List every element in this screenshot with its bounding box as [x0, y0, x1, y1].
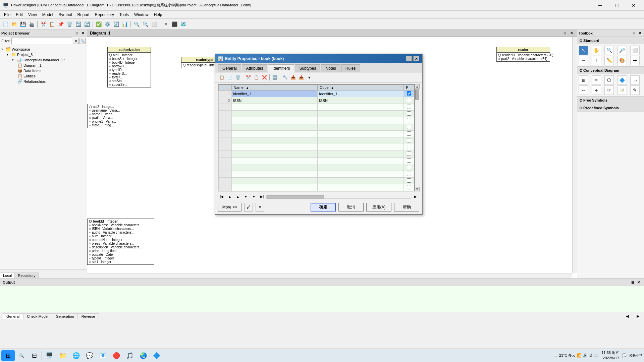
taskbar-app-4[interactable]: 💬: [84, 350, 96, 361]
menu-view[interactable]: View: [25, 12, 40, 18]
tb-check[interactable]: ✅: [95, 20, 103, 28]
menu-edit[interactable]: Edit: [13, 12, 25, 18]
tb-diagram[interactable]: 🗺️: [179, 20, 187, 28]
taskbar-app-taskview[interactable]: ⊟: [28, 350, 40, 361]
dtb-copy[interactable]: 📋: [253, 74, 260, 81]
dtb-insert[interactable]: 📄: [226, 74, 233, 81]
status-expand-btn[interactable]: ◀: [626, 314, 631, 318]
col-code-header[interactable]: Code ▲: [318, 85, 404, 90]
dtb-dropdown[interactable]: ▾: [306, 74, 313, 81]
toolbox-free-header[interactable]: ⊙ Free Symbols: [577, 97, 644, 104]
tool-relation[interactable]: 🔷: [618, 75, 627, 85]
apply-button[interactable]: 应用(A): [366, 203, 391, 212]
row-code-1[interactable]: Identifier_1: [318, 90, 404, 97]
filter-apply-btn[interactable]: 🔍: [79, 38, 86, 44]
entity-aid2[interactable]: ⬡ aid2Intege... ○ usernameVaria... ○ nam…: [87, 104, 134, 128]
output-tab-generation[interactable]: Generation: [52, 313, 77, 319]
tb-save[interactable]: 💾: [19, 20, 27, 28]
table-row-empty[interactable]: [219, 178, 414, 184]
row-name-2[interactable]: ISBN: [231, 97, 318, 104]
vscroll-up-btn[interactable]: ▲: [415, 84, 420, 89]
taskbar-app-2[interactable]: 📁: [57, 350, 69, 361]
tree-item-cdm1[interactable]: ▾ 📊 ConceptualDataModel_1 *: [1, 57, 86, 63]
dtb-paste-x[interactable]: ❌: [261, 74, 268, 81]
output-tab-check[interactable]: Check Model: [23, 313, 52, 319]
tool-note[interactable]: 📝: [618, 85, 627, 95]
entity-authorization[interactable]: authorization ⬡ aid2Integer ○ bookSetInt…: [107, 47, 151, 87]
nav-up[interactable]: ▲: [234, 193, 241, 200]
row-primary-2[interactable]: [404, 97, 414, 104]
tool-box[interactable]: ⬜: [630, 46, 640, 55]
menu-report[interactable]: Report: [75, 12, 92, 18]
toolbox-conceptual-header[interactable]: ⊙ Conceptual Diagram: [577, 67, 644, 74]
identifiers-table-inner[interactable]: Name ▲ Code ▲ P 1 Identifier_1: [218, 84, 415, 191]
table-row-empty[interactable]: [219, 164, 414, 171]
output-float-btn[interactable]: ⊟: [630, 280, 635, 285]
status-expand-btn2[interactable]: ▶: [637, 314, 641, 318]
menu-model[interactable]: Model: [40, 12, 56, 18]
tree-item-workspace[interactable]: ▾ 🗂️ Workspace: [1, 47, 86, 52]
dtb-add[interactable]: 📋: [218, 74, 225, 81]
menu-tools[interactable]: Tools: [117, 12, 131, 18]
dtb-font[interactable]: 🔤: [271, 74, 278, 81]
tool-entity[interactable]: ▦: [579, 75, 588, 85]
tab-subtypes[interactable]: Subtypes: [295, 64, 320, 72]
tool-zoom-out[interactable]: 🔎: [618, 46, 627, 55]
row-name-1[interactable]: Identifier_1: [231, 90, 318, 97]
tool-view[interactable]: ⊕: [592, 85, 601, 95]
dtb-cut[interactable]: ✂️: [245, 74, 252, 81]
tool-select[interactable]: ↖: [579, 46, 588, 55]
taskbar-app-7[interactable]: 🎵: [124, 350, 136, 361]
diagram-hscroll[interactable]: [87, 274, 572, 278]
tool-inherit[interactable]: ⬡: [604, 75, 614, 85]
diagram-content[interactable]: authorization ⬡ aid2Integer ○ bookSetInt…: [87, 37, 577, 278]
menu-help[interactable]: Help: [151, 12, 165, 18]
table-row-empty[interactable]: [219, 111, 414, 117]
hscroll-thumb[interactable]: [267, 195, 324, 198]
diagram-float-btn[interactable]: ⊟: [562, 31, 568, 36]
entity-reader-top[interactable]: reader ⬡ readerIDVariable characters (20…: [496, 47, 550, 62]
table-vscroll[interactable]: ▲ ▼: [415, 84, 419, 191]
taskbar-app-9[interactable]: 🔷: [151, 350, 163, 361]
panel-close-btn[interactable]: ✕: [80, 31, 86, 36]
diagram-vscroll[interactable]: [572, 37, 577, 273]
tool-shortcut[interactable]: ☞: [604, 85, 614, 95]
maximize-button[interactable]: □: [609, 0, 625, 11]
tb-delete[interactable]: 🗑️: [65, 20, 73, 28]
tb-zoom-in[interactable]: 🔍: [132, 20, 141, 28]
taskbar-app-6[interactable]: 🔴: [110, 350, 122, 361]
tb-fit[interactable]: ⬜: [150, 20, 158, 28]
entity-book[interactable]: ⬡ bookIdInteger ○ bookNameVariable chara…: [87, 219, 154, 265]
tb-new[interactable]: 📄: [1, 20, 9, 28]
notification-center[interactable]: 💬: [622, 353, 627, 358]
col-name-header[interactable]: Name ▲: [231, 85, 318, 90]
tool-link2[interactable]: ↔: [579, 85, 588, 95]
row-code-2[interactable]: ISBN: [318, 97, 404, 104]
tb-report[interactable]: 📊: [121, 20, 129, 28]
nav-next[interactable]: ▼: [250, 193, 258, 200]
dtb-properties[interactable]: 🔧: [281, 74, 289, 81]
local-tab[interactable]: Local: [0, 273, 15, 278]
taskbar-app-1[interactable]: 🖥️: [43, 350, 55, 361]
toolbox-close-btn[interactable]: ✕: [637, 31, 643, 36]
menu-symbol[interactable]: Symbol: [56, 12, 75, 18]
tree-item-project3[interactable]: ▾ 📁 Project_3: [1, 52, 86, 57]
tb-open[interactable]: 📂: [10, 20, 18, 28]
filter-clear-btn[interactable]: ✕: [73, 38, 79, 44]
tb-copy[interactable]: 📋: [48, 20, 56, 28]
output-content[interactable]: [0, 286, 644, 312]
tool-assoc[interactable]: ▭: [630, 75, 640, 85]
tree-item-dataitems[interactable]: 📦 Data Items: [1, 68, 86, 73]
dtb-export[interactable]: 📤: [298, 74, 305, 81]
filter-input[interactable]: [11, 38, 72, 44]
minimize-button[interactable]: ─: [592, 0, 608, 11]
tb-print[interactable]: 🖨️: [28, 20, 36, 28]
table-row-empty[interactable]: [219, 144, 414, 151]
nav-first[interactable]: |◀: [218, 193, 225, 200]
table-row-empty[interactable]: [219, 184, 414, 191]
table-row-empty[interactable]: [219, 171, 414, 178]
nav-down[interactable]: ▼: [242, 193, 250, 200]
tool-zoom-in[interactable]: 🔍: [604, 46, 614, 55]
tab-notes[interactable]: Notes: [321, 64, 340, 72]
repository-tab[interactable]: Repository: [15, 273, 39, 278]
